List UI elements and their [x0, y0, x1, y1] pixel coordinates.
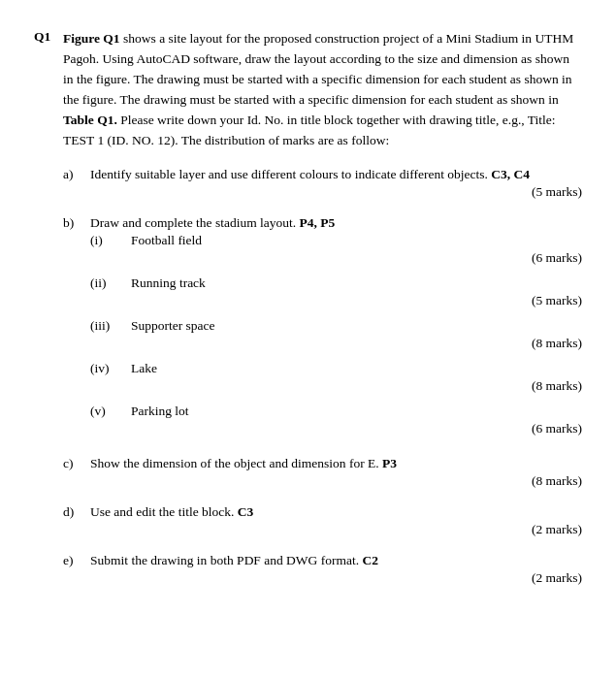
question-label: Q1: [34, 29, 63, 601]
part-c: c) Show the dimension of the object and …: [63, 456, 582, 495]
roman-ii: (ii): [90, 275, 107, 290]
sub-v-content: Parking lot: [131, 404, 582, 419]
part-d-text: Use and edit the title block.: [90, 504, 234, 519]
part-b-label: b): [63, 215, 90, 446]
sub-part-v: (v) Parking lot (6 marks): [90, 404, 582, 436]
sub-part-i: (i) Football field (6 marks): [90, 233, 582, 266]
sub-part-iii: (iii) Supporter space (8 marks): [90, 318, 582, 351]
part-b-row: Draw and complete the stadium layout. P4…: [90, 215, 582, 231]
sub-part-iii-row: (iii) Supporter space: [90, 318, 582, 334]
b-label: b): [63, 215, 74, 230]
part-a-row: Identify suitable layer and use differen…: [90, 167, 582, 182]
part-a: a) Identify suitable layer and use diffe…: [63, 167, 582, 206]
question-content: Figure Q1 shows a site layout for the pr…: [63, 29, 582, 601]
sub-iii-marks: (8 marks): [90, 336, 582, 351]
part-e-bold: C2: [362, 553, 378, 567]
sub-v-text: Parking lot: [131, 404, 189, 418]
part-d-content: Use and edit the title block. C3 (2 mark…: [90, 504, 582, 543]
sub-iii-content: Supporter space: [131, 318, 582, 334]
part-e-label: e): [63, 553, 90, 592]
part-c-text: Show the dimension of the object and dim…: [90, 456, 379, 470]
sub-ii-label: (ii): [90, 275, 131, 291]
sub-part-ii-row: (ii) Running track: [90, 275, 582, 291]
part-c-marks: (8 marks): [90, 473, 582, 489]
part-b: b) Draw and complete the stadium layout.…: [63, 215, 582, 446]
part-e-text: Submit the drawing in both PDF and DWG f…: [90, 553, 359, 567]
question-block: Q1 Figure Q1 shows a site layout for the…: [34, 29, 582, 601]
part-e-row: Submit the drawing in both PDF and DWG f…: [90, 553, 582, 568]
sub-part-iv: (iv) Lake (8 marks): [90, 361, 582, 394]
table-bold: Table Q1.: [63, 113, 117, 127]
c-label: c): [63, 456, 74, 470]
part-c-bold: P3: [382, 456, 397, 470]
roman-iv: (iv): [90, 361, 110, 375]
part-e-marks: (2 marks): [90, 570, 582, 586]
part-b-bold: P4, P5: [300, 215, 336, 230]
sub-i-label: (i): [90, 233, 131, 248]
sub-part-ii: (ii) Running track (5 marks): [90, 275, 582, 308]
part-a-marks: (5 marks): [90, 184, 582, 200]
part-e-content: Submit the drawing in both PDF and DWG f…: [90, 553, 582, 592]
intro-part1: shows a site layout for the proposed con…: [63, 31, 573, 107]
intro-text: Figure Q1 shows a site layout for the pr…: [63, 31, 573, 147]
sub-ii-text: Running track: [131, 275, 206, 290]
part-d-bold: C3: [238, 504, 254, 519]
sub-v-marks: (6 marks): [90, 421, 582, 436]
sub-iii-text: Supporter space: [131, 318, 215, 333]
part-c-content: Show the dimension of the object and dim…: [90, 456, 582, 495]
d-label: d): [63, 504, 74, 519]
sub-ii-marks: (5 marks): [90, 293, 582, 308]
sub-i-content: Football field: [131, 233, 582, 248]
sub-i-marks: (6 marks): [90, 250, 582, 266]
sub-parts-container: (i) Football field (6 marks) (ii): [90, 233, 582, 436]
figure-bold: Figure Q1: [63, 31, 120, 46]
sub-ii-content: Running track: [131, 275, 582, 291]
roman-iii: (iii): [90, 318, 110, 333]
q1-label: Q1: [34, 29, 50, 44]
part-a-bold: C3, C4: [491, 167, 530, 181]
sub-iv-content: Lake: [131, 361, 582, 376]
intro-part2: Please write down your Id. No. in title …: [63, 113, 556, 147]
part-b-content: Draw and complete the stadium layout. P4…: [90, 215, 582, 446]
part-d-marks: (2 marks): [90, 522, 582, 537]
sub-iv-marks: (8 marks): [90, 378, 582, 394]
roman-v: (v): [90, 404, 106, 418]
part-a-content: Identify suitable layer and use differen…: [90, 167, 582, 206]
a-label: a): [63, 167, 74, 181]
sub-iii-label: (iii): [90, 318, 131, 334]
sub-i-text: Football field: [131, 233, 202, 247]
part-a-text: Identify suitable layer and use differen…: [90, 167, 488, 181]
part-c-row: Show the dimension of the object and dim…: [90, 456, 582, 471]
roman-i: (i): [90, 233, 103, 247]
sub-part-i-row: (i) Football field: [90, 233, 582, 248]
sub-v-label: (v): [90, 404, 131, 419]
part-a-label: a): [63, 167, 90, 206]
sub-iv-text: Lake: [131, 361, 157, 375]
sub-part-v-row: (v) Parking lot: [90, 404, 582, 419]
part-b-text: Draw and complete the stadium layout.: [90, 215, 296, 230]
part-d-label: d): [63, 504, 90, 543]
part-d: d) Use and edit the title block. C3 (2 m…: [63, 504, 582, 543]
part-e: e) Submit the drawing in both PDF and DW…: [63, 553, 582, 592]
part-c-label: c): [63, 456, 90, 495]
question-intro: Figure Q1 shows a site layout for the pr…: [63, 29, 582, 151]
e-label: e): [63, 553, 74, 567]
sub-part-iv-row: (iv) Lake: [90, 361, 582, 376]
part-d-row: Use and edit the title block. C3: [90, 504, 582, 520]
sub-iv-label: (iv): [90, 361, 131, 376]
